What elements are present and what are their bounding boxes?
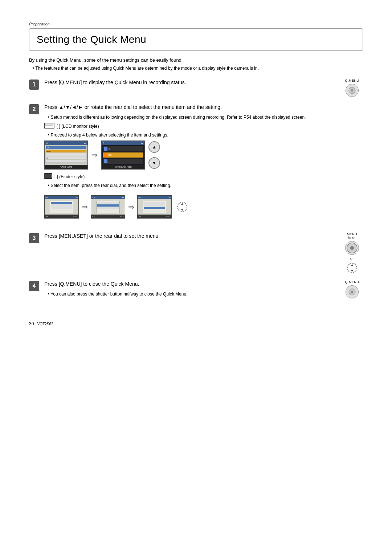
qmenu-button-4 [346,285,359,298]
lcd-screens-row: IA ●● IA AWB ⊕ FLASH AUTO [44,140,363,170]
page-title: Setting the Quick Menu [37,34,355,45]
svg-marker-15 [351,264,353,266]
or-label: or [350,256,354,261]
page-code: VQT2S62 [37,322,53,326]
dial-up-icon: ▲ [148,141,160,153]
finder-bullet: • Select the item, press the rear dial, … [44,182,363,189]
lcd-bullet: • Proceed to step 4 below after selectin… [44,132,363,138]
arrow-3: ⇒ [128,203,134,211]
step-3-content: Press [MENU/SET] or the rear dial to set… [44,232,336,243]
qmenu-label-4: Q.MENU [345,280,359,284]
step-2-content: Press ▲/▼/◄/► or rotate the rear dial to… [44,103,363,226]
finder-icon [44,173,52,180]
step-1: 1 Press [Q.MENU] to display the Quick Me… [29,79,363,97]
step-2: 2 Press ▲/▼/◄/► or rotate the rear dial … [29,103,363,226]
svg-point-18 [351,291,353,293]
step-2-number: 2 [29,104,39,114]
step-2-text: Press ▲/▼/◄/► or rotate the rear dial to… [44,103,363,111]
lcd-screen-2: P ●● io ISO ± [101,140,145,170]
svg-rect-7 [45,174,51,178]
lcd-icon [44,123,54,130]
step-4-number: 4 [29,281,39,291]
step-3-side: MENU/SET or [341,232,363,274]
finder-screen-2: ⊙P▪▪▪ ⊞ P AUTO [91,195,125,219]
step-4-content: Press [Q.MENU] to close the Quick Menu. … [44,280,336,300]
finder-style-text: [ ] (Finder style) [54,174,85,179]
title-box: Setting the Quick Menu [29,28,363,51]
step-4: 4 Press [Q.MENU] to close the Quick Menu… [29,280,363,300]
finder-screen-3: ⊙P▪▪▪ ⊞ P AUTO [137,195,172,219]
page-number-row: 30 VQT2S62 [29,321,363,326]
svg-marker-9 [181,203,183,205]
lcd-style-text: [ ] (LCD monitor style) [57,124,99,129]
step-3-number: 3 [29,233,39,243]
svg-rect-4 [45,125,53,126]
finder-style-label: [ ] (Finder style) [44,173,363,180]
page-number: 30 [29,321,34,326]
svg-rect-3 [45,124,53,125]
step-1-number: 1 [29,80,39,90]
step-4-text: Press [Q.MENU] to close the Quick Menu. [44,280,336,288]
step-1-content: Press [Q.MENU] to display the Quick Menu… [44,79,336,89]
intro-main: By using the Quick Menu, some of the men… [29,57,363,63]
finder-screens-row: ⊙P▪▪▪ ⊞ P AUTO ⇒ [44,191,363,223]
menuset-button [345,241,359,255]
arrow-1: ⇒ [91,151,98,159]
dial-down-icon: ▼ [148,157,160,169]
qmenu-button-1 [346,84,359,97]
step-1-text: Press [Q.MENU] to display the Quick Menu… [44,79,336,86]
finder-dial-arrows [177,201,188,212]
svg-point-13 [351,247,353,249]
lcd-screen-1: IA ●● IA AWB ⊕ FLASH AUTO [44,140,88,170]
rear-dial-icon [346,262,358,274]
svg-marker-16 [351,270,353,272]
step-4-bullet: • You can also press the shutter button … [44,291,336,297]
svg-point-1 [351,89,353,91]
dial-arrows-lcd: ▲ ▼ [148,141,160,169]
arrow-2: ⇒ [82,203,88,211]
intro-bullet: • The features that can be adjusted usin… [29,65,363,72]
section-label: Preparation [29,22,363,26]
step-2-bullet: • Setup method is different as following… [44,114,363,121]
lcd-style-label: [ ] (LCD monitor style) [44,123,363,130]
step-1-side: Q.MENU [341,79,363,97]
finder-arrow-up: ↑ [107,191,109,194]
svg-rect-5 [45,127,53,127]
qmenu-label-1: Q.MENU [345,79,359,82]
menuset-label: MENU/SET [347,232,358,240]
finder-screen-1: ⊙P▪▪▪ ⊞ P AUTO [44,195,79,219]
finder-arrow-down: ↓ [107,220,109,223]
step-3-text: Press [MENU/SET] or the rear dial to set… [44,232,336,240]
svg-marker-10 [181,209,183,211]
step-4-side: Q.MENU [341,280,363,298]
step-3: 3 Press [MENU/SET] or the rear dial to s… [29,232,363,274]
